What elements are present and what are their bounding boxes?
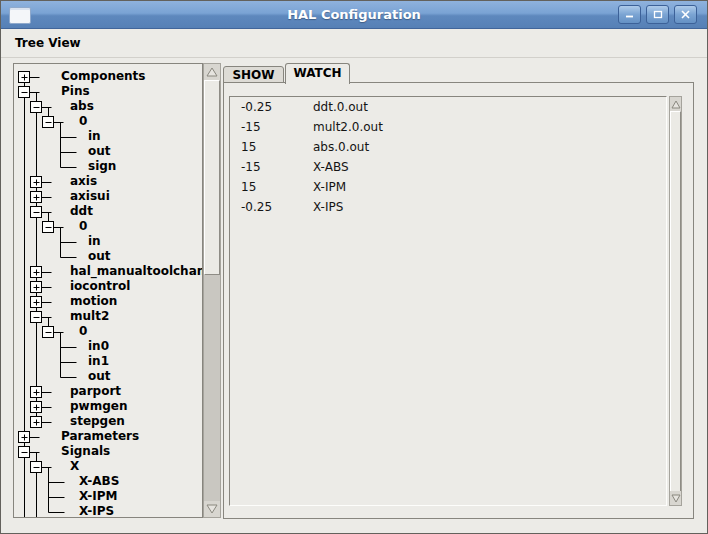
watch-scrollbar-up-button[interactable]: [670, 97, 681, 111]
tree-node-label[interactable]: X-IPM: [79, 490, 117, 503]
tree-node-label[interactable]: in: [88, 130, 101, 143]
collapse-expander-icon[interactable]: [31, 312, 42, 323]
expand-expander-icon[interactable]: [31, 282, 42, 293]
tree-node-label[interactable]: axis: [70, 175, 97, 188]
tree-node-label[interactable]: 0: [79, 325, 87, 338]
collapse-expander-icon[interactable]: [31, 207, 42, 218]
watch-scrollbar-down-button[interactable]: [670, 491, 681, 505]
watch-scrollbar[interactable]: [669, 96, 682, 506]
collapse-expander-icon[interactable]: [19, 447, 30, 458]
tree-node-label[interactable]: X: [70, 460, 79, 473]
scroll-up-icon: [671, 100, 681, 109]
tree-node-label[interactable]: out: [88, 250, 111, 263]
tree-node-label[interactable]: mult2: [70, 310, 109, 323]
watch-value: -0.25: [241, 97, 313, 117]
window-title: HAL Configuration: [1, 1, 707, 28]
watch-signal-name: X-ABS: [313, 157, 349, 177]
tree-node-label[interactable]: parport: [70, 385, 121, 398]
tree-scrollbar[interactable]: [203, 63, 221, 518]
tree-node-label[interactable]: sign: [88, 160, 116, 173]
tree-node-label[interactable]: pwmgen: [70, 400, 127, 413]
watch-signal-name: X-IPS: [313, 197, 343, 217]
expand-expander-icon[interactable]: [31, 402, 42, 413]
watch-value: -15: [241, 117, 313, 137]
tree-node-label[interactable]: Components: [61, 70, 146, 83]
expand-expander-icon[interactable]: [19, 72, 30, 83]
hal-tree-panel[interactable]: ComponentsPinsabs0inoutsignaxisaxisuiddt…: [13, 63, 203, 518]
tree-node-label[interactable]: hal_manualtoolchange: [70, 265, 203, 278]
minimize-button[interactable]: [618, 5, 641, 24]
watch-value: 15: [241, 137, 313, 157]
collapse-expander-icon[interactable]: [43, 327, 54, 338]
tree-node-label[interactable]: in: [88, 235, 101, 248]
tree-scrollbar-thumb[interactable]: [204, 80, 220, 275]
tree-node-label[interactable]: axisui: [70, 190, 110, 203]
maximize-button[interactable]: [646, 5, 669, 24]
watch-row[interactable]: -15mult2.0.out: [230, 117, 666, 137]
expand-expander-icon[interactable]: [19, 432, 30, 443]
watch-row[interactable]: 15abs.0.out: [230, 137, 666, 157]
scroll-down-icon: [206, 504, 218, 514]
tree-node-label[interactable]: X-IPS: [79, 505, 114, 518]
collapse-expander-icon[interactable]: [43, 117, 54, 128]
tree-node-label[interactable]: in0: [88, 340, 109, 353]
tree-scrollbar-up-button[interactable]: [204, 64, 220, 80]
watch-row[interactable]: -0.25ddt.0.out: [230, 97, 666, 117]
expand-expander-icon[interactable]: [31, 192, 42, 203]
minimize-icon: [625, 10, 634, 19]
watch-row[interactable]: -15X-ABS: [230, 157, 666, 177]
expand-expander-icon[interactable]: [31, 417, 42, 428]
hal-configuration-window: HAL Configuration Tree View ComponentsPi…: [0, 0, 708, 534]
menu-item-tree-view[interactable]: Tree View: [11, 35, 85, 51]
watch-signal-name: X-IPM: [313, 177, 346, 197]
watch-list[interactable]: -0.25ddt.0.out-15mult2.0.out15abs.0.out-…: [229, 96, 667, 506]
title-bar[interactable]: HAL Configuration: [1, 1, 707, 29]
tree-node-label[interactable]: Parameters: [61, 430, 139, 443]
watch-signal-name: ddt.0.out: [313, 97, 368, 117]
menu-bar: Tree View: [1, 29, 707, 58]
tree-node-label[interactable]: stepgen: [70, 415, 125, 428]
scroll-up-icon: [206, 67, 218, 77]
watch-signal-name: mult2.0.out: [313, 117, 383, 137]
tree-node-label[interactable]: out: [88, 145, 111, 158]
tree-node-label[interactable]: Pins: [61, 85, 90, 98]
tree-node-label[interactable]: Signals: [61, 445, 110, 458]
tree-node-label[interactable]: iocontrol: [70, 280, 130, 293]
window-controls: [618, 5, 697, 24]
collapse-expander-icon[interactable]: [19, 87, 30, 98]
watch-tab-panel: -0.25ddt.0.out-15mult2.0.out15abs.0.out-…: [223, 82, 694, 519]
tree-node-label[interactable]: 0: [79, 220, 87, 233]
tree-node-label[interactable]: abs: [70, 100, 94, 113]
watch-row[interactable]: 15X-IPM: [230, 177, 666, 197]
watch-value: 15: [241, 177, 313, 197]
expand-expander-icon[interactable]: [31, 267, 42, 278]
maximize-icon: [653, 10, 663, 19]
tree-node-label[interactable]: out: [88, 370, 111, 383]
collapse-expander-icon[interactable]: [31, 462, 42, 473]
expand-expander-icon[interactable]: [31, 387, 42, 398]
tree-node-label[interactable]: ddt: [70, 205, 93, 218]
expand-expander-icon[interactable]: [31, 297, 42, 308]
collapse-expander-icon[interactable]: [31, 102, 42, 113]
tree-node-label[interactable]: X-ABS: [79, 475, 119, 488]
close-button[interactable]: [674, 5, 697, 24]
tab-show[interactable]: SHOW: [223, 66, 284, 83]
tree-node-label[interactable]: motion: [70, 295, 117, 308]
watch-value: -15: [241, 157, 313, 177]
watch-row[interactable]: -0.25X-IPS: [230, 197, 666, 217]
close-icon: [681, 10, 690, 19]
watch-signal-name: abs.0.out: [313, 137, 369, 157]
expand-expander-icon[interactable]: [31, 177, 42, 188]
collapse-expander-icon[interactable]: [43, 222, 54, 233]
watch-value: -0.25: [241, 197, 313, 217]
tree-node-label[interactable]: in1: [88, 355, 109, 368]
watch-scrollbar-thumb[interactable]: [670, 111, 681, 493]
tab-watch[interactable]: WATCH: [285, 63, 350, 84]
tree-node-label[interactable]: 0: [79, 115, 87, 128]
tree-scrollbar-down-button[interactable]: [204, 501, 220, 517]
scroll-down-icon: [671, 494, 681, 503]
notebook: SHOW WATCH -0.25ddt.0.out-15mult2.0.out1…: [223, 63, 694, 519]
